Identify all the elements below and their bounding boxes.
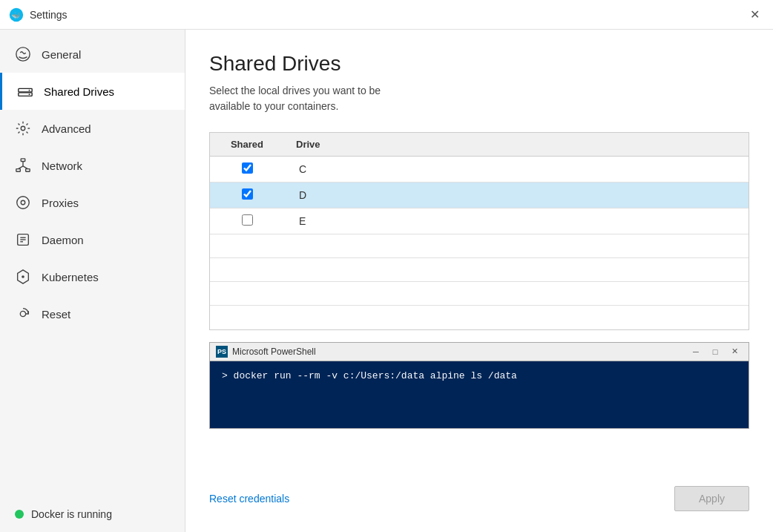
- powershell-command: > docker run --rm -v c:/Users:/data alpi…: [222, 370, 517, 381]
- sidebar-advanced-label: Advanced: [42, 122, 91, 135]
- sidebar-shared-drives-label: Shared Drives: [44, 85, 114, 98]
- main-content: General Shared Drives: [0, 30, 773, 532]
- sidebar-kubernetes-label: Kubernetes: [42, 271, 99, 283]
- svg-line-12: [19, 166, 23, 169]
- ps-close-button[interactable]: ✕: [726, 346, 743, 358]
- svg-point-5: [29, 90, 30, 91]
- ps-minimize-button[interactable]: ─: [688, 346, 704, 358]
- bottom-bar: Reset credentials Apply: [209, 486, 749, 514]
- checkbox-e[interactable]: [242, 214, 253, 226]
- docker-status-text: Docker is running: [31, 508, 112, 520]
- sidebar-item-general[interactable]: General: [0, 36, 185, 73]
- kubernetes-icon: [15, 269, 31, 285]
- sidebar-proxies-label: Proxies: [42, 197, 79, 209]
- window-title: Settings: [30, 9, 68, 21]
- checkbox-c-cell: [210, 157, 284, 183]
- docker-icon: 🐳: [9, 7, 24, 22]
- title-bar: 🐳 Settings ✕: [0, 0, 773, 30]
- ps-maximize-button[interactable]: □: [707, 346, 723, 358]
- settings-window: 🐳 Settings ✕ General: [0, 0, 773, 532]
- reset-credentials-link[interactable]: Reset credentials: [209, 493, 289, 505]
- sidebar: General Shared Drives: [0, 30, 185, 532]
- svg-rect-8: [21, 159, 25, 162]
- powershell-titlebar-left: PS Microsoft PowerShell: [216, 346, 316, 358]
- drive-c: C: [284, 157, 749, 183]
- sidebar-general-label: General: [42, 48, 81, 61]
- whale-icon: [15, 46, 31, 62]
- sidebar-item-proxies[interactable]: Proxies: [0, 184, 185, 221]
- shared-drives-icon: [17, 83, 33, 99]
- checkbox-e-cell: [210, 208, 284, 234]
- sidebar-item-reset[interactable]: Reset: [0, 295, 185, 332]
- table-row: E: [210, 208, 749, 234]
- svg-text:🐳: 🐳: [11, 10, 21, 20]
- checkbox-c[interactable]: [242, 162, 253, 174]
- drive-d: D: [284, 183, 749, 208]
- svg-point-2: [16, 47, 30, 61]
- svg-rect-10: [26, 169, 30, 172]
- svg-point-15: [21, 200, 25, 205]
- powershell-body: > docker run --rm -v c:/Users:/data alpi…: [210, 361, 749, 428]
- docker-status-dot: [15, 510, 24, 519]
- close-button[interactable]: ✕: [746, 6, 764, 23]
- powershell-titlebar: PS Microsoft PowerShell ─ □ ✕: [210, 343, 749, 361]
- sidebar-reset-label: Reset: [42, 308, 70, 321]
- powershell-icon: PS: [216, 346, 228, 358]
- reset-icon: [15, 306, 31, 322]
- table-row: C: [210, 157, 749, 183]
- svg-point-7: [21, 126, 25, 131]
- col-drive: Drive: [284, 133, 749, 157]
- col-shared: Shared: [210, 133, 284, 157]
- sidebar-item-kubernetes[interactable]: Kubernetes: [0, 258, 185, 295]
- table-empty-row: [210, 282, 749, 306]
- content-area: Shared Drives Select the local drives yo…: [185, 30, 773, 532]
- apply-button[interactable]: Apply: [674, 486, 749, 511]
- proxies-icon: [15, 194, 31, 211]
- svg-point-6: [29, 93, 30, 95]
- checkbox-d[interactable]: [242, 188, 253, 200]
- svg-rect-9: [16, 169, 21, 172]
- powershell-controls: ─ □ ✕: [688, 346, 743, 358]
- table-row: D: [210, 183, 749, 208]
- svg-point-21: [22, 275, 24, 278]
- sidebar-item-advanced[interactable]: Advanced: [0, 110, 185, 147]
- svg-point-14: [17, 197, 30, 209]
- table-header-row: Shared Drive: [210, 133, 749, 157]
- svg-line-13: [23, 166, 27, 169]
- svg-point-22: [20, 311, 25, 316]
- daemon-icon: [15, 231, 31, 248]
- drives-table-container: Shared Drive C: [209, 132, 749, 330]
- sidebar-daemon-label: Daemon: [42, 234, 84, 246]
- sidebar-item-shared-drives[interactable]: Shared Drives: [0, 73, 185, 110]
- table-empty-row: [210, 258, 749, 282]
- table-empty-row: [210, 234, 749, 258]
- network-icon: [15, 157, 31, 174]
- checkbox-d-cell: [210, 183, 284, 208]
- gear-icon: [15, 120, 31, 137]
- table-empty-row: [210, 306, 749, 329]
- powershell-window: PS Microsoft PowerShell ─ □ ✕ > docker r…: [209, 342, 749, 429]
- sidebar-item-daemon[interactable]: Daemon: [0, 221, 185, 258]
- powershell-title: Microsoft PowerShell: [232, 347, 316, 357]
- page-title: Shared Drives: [209, 52, 749, 76]
- drives-table: Shared Drive C: [210, 133, 749, 329]
- title-bar-left: 🐳 Settings: [9, 7, 68, 22]
- sidebar-footer: Docker is running: [0, 496, 185, 532]
- sidebar-item-network[interactable]: Network: [0, 147, 185, 184]
- drive-e: E: [284, 208, 749, 234]
- page-description: Select the local drives you want to be a…: [209, 83, 749, 114]
- sidebar-network-label: Network: [42, 160, 82, 172]
